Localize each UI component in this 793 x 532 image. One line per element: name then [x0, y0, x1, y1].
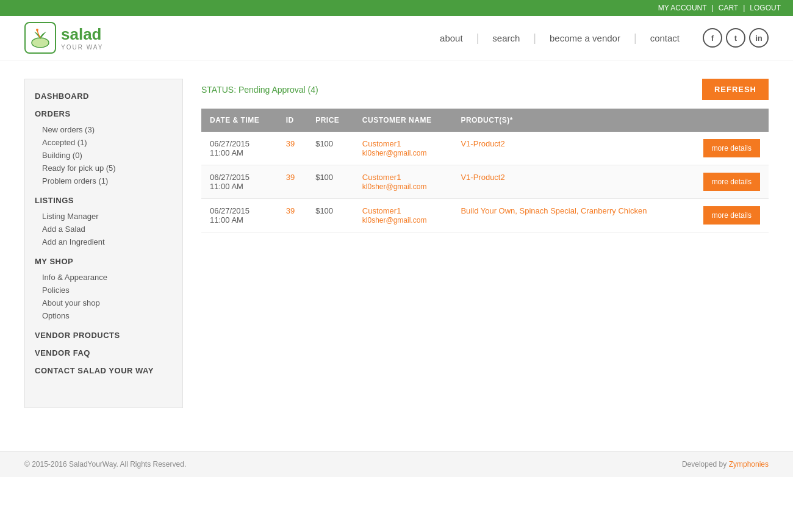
cell-customer-2: Customer1 kl0sher@gmail.com	[354, 199, 453, 232]
developer-credit: Developed by Zymphonies	[682, 460, 769, 469]
top-bar: MY ACCOUNT | CART | LOGOUT	[0, 0, 793, 16]
cell-date-2: 06/27/201511:00 AM	[201, 199, 278, 232]
col-price: PRICE	[307, 109, 354, 132]
cell-products-2: Build Your Own, Spinach Special, Cranber…	[452, 199, 684, 232]
sidebar-contact[interactable]: CONTACT SALAD YOUR WAY	[35, 366, 173, 375]
sidebar-item-policies[interactable]: Policies	[35, 284, 173, 297]
col-customer-name: CUSTOMER NAME	[354, 109, 453, 132]
sidebar-item-new-orders[interactable]: New orders (3)	[35, 123, 173, 136]
sidebar-item-add-ingredient[interactable]: Add an Ingredient	[35, 235, 173, 248]
facebook-icon[interactable]: f	[703, 28, 722, 48]
svg-point-1	[36, 29, 38, 31]
sidebar-item-accepted[interactable]: Accepted (1)	[35, 136, 173, 149]
col-products: PRODUCT(S)*	[452, 109, 684, 132]
main-content: DASHBOARD ORDERS New orders (3) Accepted…	[0, 60, 793, 426]
customer-email-2[interactable]: kl0sher@gmail.com	[362, 216, 427, 225]
social-icons: f t in	[703, 28, 769, 48]
cell-id-2[interactable]: 39	[278, 199, 307, 232]
sidebar-listings-title: LISTINGS	[35, 196, 173, 205]
col-actions	[684, 109, 769, 132]
col-date-time: DATE & TIME	[201, 109, 278, 132]
cell-products-1: V1-Product2	[452, 165, 684, 199]
customer-name-0[interactable]: Customer1	[362, 139, 401, 148]
header: salad YOUR WAY about | search | become a…	[0, 16, 793, 60]
logout-link[interactable]: LOGOUT	[750, 4, 781, 12]
cell-id-0[interactable]: 39	[278, 132, 307, 165]
nav-contact[interactable]: contact	[637, 33, 693, 43]
sidebar-item-listing-manager[interactable]: Listing Manager	[35, 210, 173, 223]
sidebar-vendor-faq[interactable]: VENDOR FAQ	[35, 348, 173, 358]
cell-products-0: V1-Product2	[452, 132, 684, 165]
customer-name-2[interactable]: Customer1	[362, 206, 401, 215]
more-details-btn-0[interactable]: more details	[703, 139, 760, 157]
cell-price-2: $100	[307, 199, 354, 232]
cell-action-0: more details	[684, 132, 769, 165]
logo-text-area: salad YOUR WAY	[61, 25, 103, 51]
sidebar-item-options[interactable]: Options	[35, 309, 173, 322]
main-nav: about | search | become a vendor | conta…	[426, 28, 769, 48]
more-details-btn-2[interactable]: more details	[703, 206, 760, 225]
status-text: STATUS: Pending Approval (4)	[201, 85, 318, 95]
cell-customer-0: Customer1 kl0sher@gmail.com	[354, 132, 453, 165]
sidebar-item-building[interactable]: Building (0)	[35, 149, 173, 162]
my-account-link[interactable]: MY ACCOUNT	[658, 4, 707, 12]
sidebar-vendor-products[interactable]: VENDOR PRODUCTS	[35, 331, 173, 340]
cell-action-1: more details	[684, 165, 769, 199]
nav-about[interactable]: about	[426, 33, 476, 43]
sidebar-dashboard[interactable]: DASHBOARD	[35, 92, 173, 101]
cell-price-0: $100	[307, 132, 354, 165]
sep1: |	[712, 4, 714, 12]
more-details-btn-1[interactable]: more details	[703, 173, 760, 191]
developer-link[interactable]: Zymphonies	[729, 460, 769, 469]
svg-point-0	[32, 38, 49, 48]
footer: © 2015-2016 SaladYourWay. All Rights Res…	[0, 451, 793, 477]
cell-date-1: 06/27/201511:00 AM	[201, 165, 278, 199]
cell-id-1[interactable]: 39	[278, 165, 307, 199]
status-bar: STATUS: Pending Approval (4) REFRESH	[201, 79, 769, 100]
sidebar-item-problem-orders[interactable]: Problem orders (1)	[35, 174, 173, 187]
copyright-text: © 2015-2016 SaladYourWay. All Rights Res…	[24, 460, 186, 469]
cell-date-0: 06/27/201511:00 AM	[201, 132, 278, 165]
table-row: 06/27/201511:00 AM 39 $100 Customer1 kl0…	[201, 199, 769, 232]
sidebar-orders-title: ORDERS	[35, 109, 173, 118]
twitter-icon[interactable]: t	[726, 28, 745, 48]
sidebar-item-info-appearance[interactable]: Info & Appearance	[35, 271, 173, 284]
table-row: 06/27/201511:00 AM 39 $100 Customer1 kl0…	[201, 165, 769, 199]
orders-table: DATE & TIME ID PRICE CUSTOMER NAME PRODU…	[201, 109, 769, 232]
nav-search[interactable]: search	[479, 33, 533, 43]
cell-customer-1: Customer1 kl0sher@gmail.com	[354, 165, 453, 199]
customer-name-1[interactable]: Customer1	[362, 173, 401, 182]
logo-area[interactable]: salad YOUR WAY	[24, 22, 103, 54]
nav-become-vendor[interactable]: become a vendor	[536, 33, 634, 43]
logo-sub-text: YOUR WAY	[61, 44, 103, 51]
sidebar-item-about-shop[interactable]: About your shop	[35, 297, 173, 309]
table-row: 06/27/201511:00 AM 39 $100 Customer1 kl0…	[201, 132, 769, 165]
customer-email-1[interactable]: kl0sher@gmail.com	[362, 182, 427, 191]
refresh-button[interactable]: REFRESH	[702, 79, 769, 100]
logo-icon	[24, 22, 56, 54]
logo-main-text: salad	[61, 25, 103, 44]
orders-tbody: 06/27/201511:00 AM 39 $100 Customer1 kl0…	[201, 132, 769, 232]
sidebar-item-add-salad[interactable]: Add a Salad	[35, 223, 173, 235]
cart-link[interactable]: CART	[719, 4, 738, 12]
sidebar-myshop-title: MY SHOP	[35, 257, 173, 266]
customer-email-0[interactable]: kl0sher@gmail.com	[362, 149, 427, 157]
logo-svg	[28, 26, 52, 50]
instagram-icon[interactable]: in	[749, 28, 769, 48]
cell-action-2: more details	[684, 199, 769, 232]
sidebar: DASHBOARD ORDERS New orders (3) Accepted…	[24, 79, 183, 408]
sep2: |	[743, 4, 745, 12]
col-id: ID	[278, 109, 307, 132]
cell-price-1: $100	[307, 165, 354, 199]
content-area: STATUS: Pending Approval (4) REFRESH DAT…	[201, 79, 769, 408]
table-header: DATE & TIME ID PRICE CUSTOMER NAME PRODU…	[201, 109, 769, 132]
sidebar-item-ready-pickup[interactable]: Ready for pick up (5)	[35, 162, 173, 174]
